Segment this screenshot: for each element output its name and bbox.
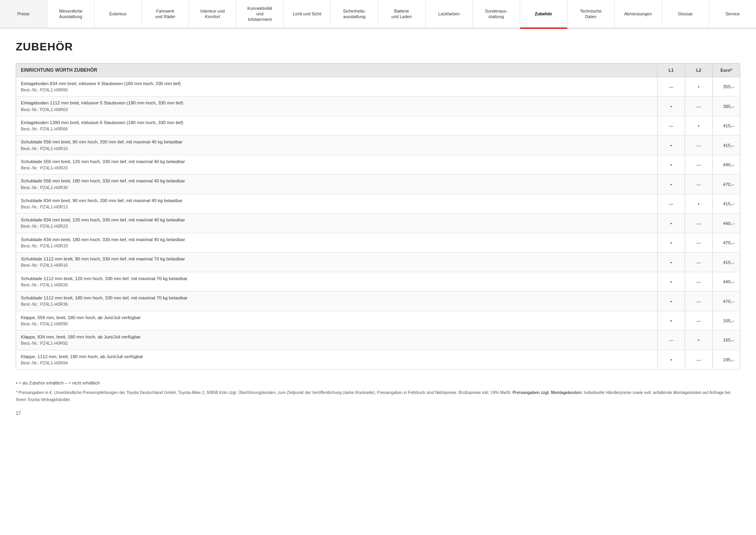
item-price: 415,– xyxy=(713,253,740,272)
nav-item-sicherheit[interactable]: Sicherheits- ausstattung xyxy=(331,0,378,28)
item-l1: • xyxy=(658,214,685,233)
table-row: Einlageboden 1390 mm breit, inklusive 6 … xyxy=(16,116,740,135)
table-row: Schublade 556 mm breit, 90 mm hoch, 330 … xyxy=(16,136,740,155)
item-price: 470,– xyxy=(713,175,740,194)
nav-item-interieur[interactable]: Interieur und Komfort xyxy=(189,0,236,28)
nav-item-zubehoer[interactable]: Zubehör xyxy=(520,0,567,29)
item-description: Schublade 556 mm breit, 90 mm hoch, 330 … xyxy=(16,136,658,155)
table-row: Schublade 1112 mm breit, 90 mm hoch, 330… xyxy=(16,253,740,272)
item-l2: — xyxy=(685,155,713,174)
item-description: Einlageboden 834 mm breit, inklusive 4 S… xyxy=(16,77,658,97)
table-row: Schublade 1112 mm breit, 180 mm hoch, 33… xyxy=(16,292,740,311)
nav-item-licht[interactable]: Licht und Sicht xyxy=(284,0,331,28)
item-price: 470,– xyxy=(713,292,740,311)
col-header-l2: L2 xyxy=(685,63,713,77)
item-l1: • xyxy=(658,292,685,311)
table-row: Einlageboden 834 mm breit, inklusive 4 S… xyxy=(16,77,740,97)
item-price: 415,– xyxy=(713,116,740,135)
item-description: Einlageboden 1390 mm breit, inklusive 6 … xyxy=(16,116,658,135)
item-price: 355,– xyxy=(713,77,740,97)
nav-item-batterie[interactable]: Batterie und Laden xyxy=(378,0,426,28)
item-price: 470,– xyxy=(713,233,740,252)
item-l2: • xyxy=(685,116,713,135)
item-price: 385,– xyxy=(713,97,740,116)
item-l2: — xyxy=(685,136,713,155)
item-l2: — xyxy=(685,350,713,369)
item-price: 440,– xyxy=(713,155,740,174)
item-price: 415,– xyxy=(713,194,740,213)
item-price: 415,– xyxy=(713,136,740,155)
item-l2: — xyxy=(685,97,713,116)
item-description: Klappe, 556 mm, breit, 180 mm hoch, ab J… xyxy=(16,311,658,330)
legend-line1: • = als Zubehör erhältlich – = nicht erh… xyxy=(16,379,740,387)
zubehoer-table: EINRICHTUNG WÜRTH ZUBEHÖR L1 L2 Euro* Ei… xyxy=(16,63,740,370)
nav-item-lackfarben[interactable]: Lackfarben xyxy=(426,0,473,28)
table-row: Schublade 834 mm breit, 180 mm hoch, 330… xyxy=(16,233,740,252)
item-l1: — xyxy=(658,194,685,213)
item-l1: • xyxy=(658,136,685,155)
nav-item-abmessungen[interactable]: Abmessungen xyxy=(615,0,662,28)
nav-item-preise[interactable]: Preise xyxy=(0,0,47,28)
main-content: ZUBEHÖR EINRICHTUNG WÜRTH ZUBEHÖR L1 L2 … xyxy=(0,29,756,424)
item-description: Schublade 556 mm breit, 180 mm hoch, 330… xyxy=(16,175,658,194)
item-description: Schublade 1112 mm breit, 90 mm hoch, 330… xyxy=(16,253,658,272)
col-header-l1: L1 xyxy=(658,63,685,77)
item-description: Schublade 834 mm breit, 90 mm hoch, 330 … xyxy=(16,194,658,213)
item-l1: — xyxy=(658,116,685,135)
nav-item-service[interactable]: Service xyxy=(709,0,756,28)
table-row: Schublade 1112 mm breit, 120 mm hoch, 33… xyxy=(16,272,740,291)
item-price: 440,– xyxy=(713,272,740,291)
nav-item-technische[interactable]: Technische Daten xyxy=(567,0,615,28)
nav-item-fahrwerk[interactable]: Fahrwerk und Räder xyxy=(142,0,189,28)
item-l1: • xyxy=(658,97,685,116)
item-price: 165,– xyxy=(713,331,740,350)
item-description: Einlageboden 1112 mm breit, inklusive 5 … xyxy=(16,97,658,116)
item-description: Schublade 834 mm breit, 120 mm hoch, 330… xyxy=(16,214,658,233)
item-l2: — xyxy=(685,175,713,194)
navigation: PreiseWesentliche AusstattungExterieurFa… xyxy=(0,0,756,29)
table-row: Schublade 834 mm breit, 120 mm hoch, 330… xyxy=(16,214,740,233)
legend: • = als Zubehör erhältlich – = nicht erh… xyxy=(16,379,740,403)
item-l1: • xyxy=(658,155,685,174)
nav-item-sonderaus[interactable]: Sonderaus- stattung xyxy=(473,0,520,28)
page-title: ZUBEHÖR xyxy=(16,41,740,53)
item-price: 195,– xyxy=(713,350,740,369)
item-l1: • xyxy=(658,272,685,291)
col-header-euro: Euro* xyxy=(713,63,740,77)
item-description: Klappe, 1112 mm, breit, 180 mm hoch, ab … xyxy=(16,350,658,369)
item-l2: — xyxy=(685,253,713,272)
table-row: Einlageboden 1112 mm breit, inklusive 5 … xyxy=(16,97,740,116)
item-l1: • xyxy=(658,175,685,194)
item-description: Schublade 1112 mm breit, 180 mm hoch, 33… xyxy=(16,292,658,311)
legend-line2: * Preisangaben in €. Unverbindliche Prei… xyxy=(16,389,740,403)
item-l2: • xyxy=(685,77,713,97)
item-description: Schublade 834 mm breit, 180 mm hoch, 330… xyxy=(16,233,658,252)
item-l2: — xyxy=(685,233,713,252)
item-price: 440,– xyxy=(713,214,740,233)
item-l1: • xyxy=(658,311,685,330)
item-description: Schublade 1112 mm breit, 120 mm hoch, 33… xyxy=(16,272,658,291)
item-l1: • xyxy=(658,350,685,369)
table-row: Klappe, 834 mm, breit, 180 mm hoch, ab J… xyxy=(16,331,740,350)
table-row: Klappe, 556 mm, breit, 180 mm hoch, ab J… xyxy=(16,311,740,330)
item-l1: — xyxy=(658,331,685,350)
table-row: Schublade 556 mm breit, 180 mm hoch, 330… xyxy=(16,175,740,194)
item-description: Schublade 556 mm breit, 120 mm hoch, 330… xyxy=(16,155,658,174)
table-row: Klappe, 1112 mm, breit, 180 mm hoch, ab … xyxy=(16,350,740,369)
item-l1: • xyxy=(658,233,685,252)
item-l1: — xyxy=(658,77,685,97)
nav-item-glossar[interactable]: Glossar xyxy=(662,0,709,28)
item-description: Klappe, 834 mm, breit, 180 mm hoch, ab J… xyxy=(16,331,658,350)
item-l2: — xyxy=(685,292,713,311)
item-l2: — xyxy=(685,272,713,291)
table-section-header: EINRICHTUNG WÜRTH ZUBEHÖR xyxy=(16,63,658,77)
item-price: 165,– xyxy=(713,311,740,330)
table-row: Schublade 556 mm breit, 120 mm hoch, 330… xyxy=(16,155,740,174)
item-l1: • xyxy=(658,253,685,272)
item-l2: • xyxy=(685,194,713,213)
nav-item-exterieur[interactable]: Exterieur xyxy=(94,0,142,28)
page-number: 17 xyxy=(16,411,740,416)
table-row: Schublade 834 mm breit, 90 mm hoch, 330 … xyxy=(16,194,740,213)
nav-item-wesentliche[interactable]: Wesentliche Ausstattung xyxy=(47,0,94,28)
nav-item-konnektivitaet[interactable]: Konnektivität und Infotainment xyxy=(236,0,284,28)
